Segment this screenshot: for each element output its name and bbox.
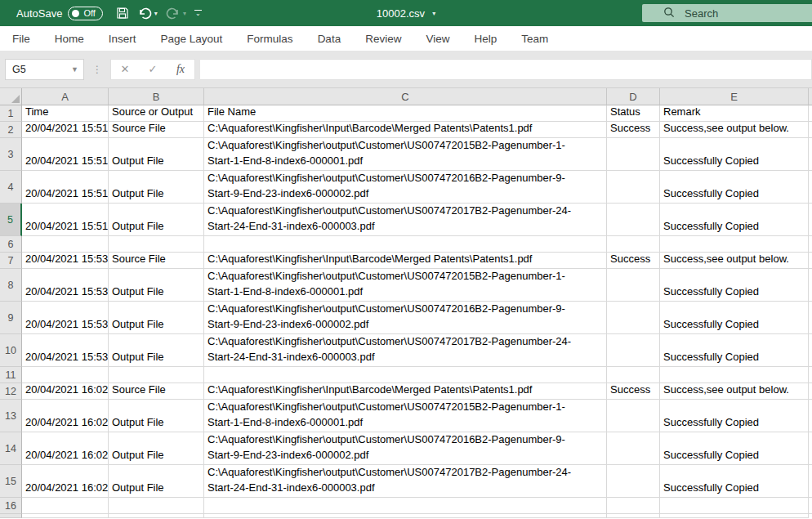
cell-C4[interactable]: C:\Aquaforest\Kingfisher\output\Customer…	[204, 171, 607, 204]
cell-B14[interactable]: Output File	[109, 432, 204, 465]
cell-D10[interactable]	[607, 334, 660, 367]
column-header-B[interactable]: B	[109, 88, 204, 105]
cell-A15[interactable]: 20/04/2021 16:02	[22, 465, 109, 498]
autosave-switch[interactable]: Off	[68, 7, 102, 20]
cell-F10-partial[interactable]	[809, 334, 812, 367]
cell-C14[interactable]: C:\Aquaforest\Kingfisher\output\Customer…	[204, 432, 607, 465]
cell-F2-partial[interactable]	[809, 122, 812, 138]
cell-E12[interactable]: Success,see output below.	[660, 383, 809, 400]
cell-D17-partial[interactable]	[607, 514, 660, 518]
cell-A8[interactable]: 20/04/2021 15:53	[22, 269, 109, 302]
tab-page-layout[interactable]: Page Layout	[161, 33, 223, 45]
cell-E9[interactable]: Successfully Copied	[660, 302, 809, 334]
cell-B5[interactable]: Output File	[109, 204, 204, 236]
tab-team[interactable]: Team	[521, 33, 548, 45]
cell-B8[interactable]: Output File	[109, 269, 204, 302]
row-header-16[interactable]: 16	[0, 498, 22, 514]
cell-B16[interactable]	[109, 498, 204, 514]
cell-B2[interactable]: Source File	[109, 122, 204, 138]
cell-B1[interactable]: Source or Output	[109, 105, 204, 122]
cell-C9[interactable]: C:\Aquaforest\Kingfisher\output\Customer…	[204, 302, 607, 334]
tab-view[interactable]: View	[426, 33, 449, 45]
cell-A1[interactable]: Time	[22, 105, 109, 122]
cell-F7-partial[interactable]	[809, 253, 812, 269]
cell-A4[interactable]: 20/04/2021 15:51	[22, 171, 109, 204]
cell-B4[interactable]: Output File	[109, 171, 204, 204]
cell-D1[interactable]: Status	[607, 105, 660, 122]
cell-A2[interactable]: 20/04/2021 15:51	[22, 122, 109, 138]
row-header-6[interactable]: 6	[0, 236, 22, 253]
cell-E1[interactable]: Remark	[660, 105, 809, 122]
cell-C11[interactable]	[204, 367, 607, 383]
cell-C15[interactable]: C:\Aquaforest\Kingfisher\output\Customer…	[204, 465, 607, 498]
cell-E13[interactable]: Successfully Copied	[660, 400, 809, 432]
row-header-11[interactable]: 11	[0, 367, 22, 383]
cell-F9-partial[interactable]	[809, 302, 812, 334]
undo-button[interactable]: ▾	[137, 7, 158, 20]
cell-C10[interactable]: C:\Aquaforest\Kingfisher\output\Customer…	[204, 334, 607, 367]
cell-A6[interactable]	[22, 236, 109, 253]
cell-A3[interactable]: 20/04/2021 15:51	[22, 138, 109, 171]
name-box[interactable]: G5 ▼	[5, 59, 84, 80]
cell-D8[interactable]	[607, 269, 660, 302]
cell-C17-partial[interactable]	[204, 514, 607, 518]
cell-A10[interactable]: 20/04/2021 15:53	[22, 334, 109, 367]
cell-E8[interactable]: Successfully Copied	[660, 269, 809, 302]
cell-C5[interactable]: C:\Aquaforest\Kingfisher\output\Customer…	[204, 204, 607, 236]
cell-D13[interactable]	[607, 400, 660, 432]
tab-file[interactable]: File	[12, 33, 30, 45]
select-all-button[interactable]	[0, 88, 22, 105]
cell-C6[interactable]	[204, 236, 607, 253]
cell-A7[interactable]: 20/04/2021 15:53	[22, 253, 109, 269]
row-header-17-partial[interactable]	[0, 514, 22, 518]
cell-D14[interactable]	[607, 432, 660, 465]
cell-D3[interactable]	[607, 138, 660, 171]
row-header-2[interactable]: 2	[0, 122, 22, 138]
cell-D16[interactable]	[607, 498, 660, 514]
formula-input[interactable]	[200, 59, 812, 80]
cell-F16-partial[interactable]	[809, 498, 812, 514]
cell-C8[interactable]: C:\Aquaforest\Kingfisher\output\Customer…	[204, 269, 607, 302]
cell-D6[interactable]	[607, 236, 660, 253]
document-title[interactable]: 10002.csv ▾	[377, 7, 435, 20]
redo-dropdown-icon[interactable]: ▾	[183, 10, 186, 17]
cell-C2[interactable]: C:\Aquaforest\Kingfisher\Input\Barcode\M…	[204, 122, 607, 138]
cell-A9[interactable]: 20/04/2021 15:53	[22, 302, 109, 334]
cell-D12[interactable]: Success	[607, 383, 660, 400]
cell-E14[interactable]: Successfully Copied	[660, 432, 809, 465]
cell-F13-partial[interactable]	[809, 400, 812, 432]
row-header-8[interactable]: 8	[0, 269, 22, 302]
cell-B6[interactable]	[109, 236, 204, 253]
column-header-C[interactable]: C	[204, 88, 607, 105]
search-input[interactable]: Search	[642, 4, 812, 22]
cell-D15[interactable]	[607, 465, 660, 498]
cell-E11[interactable]	[660, 367, 809, 383]
cell-B7[interactable]: Source File	[109, 253, 204, 269]
tab-home[interactable]: Home	[55, 33, 84, 45]
cell-C16[interactable]	[204, 498, 607, 514]
autosave-toggle[interactable]: AutoSave Off	[16, 7, 103, 20]
cell-E3[interactable]: Successfully Copied	[660, 138, 809, 171]
cell-D11[interactable]	[607, 367, 660, 383]
cell-E7[interactable]: Success,see output below.	[660, 253, 809, 269]
redo-button[interactable]: ▾	[166, 7, 186, 20]
row-header-15[interactable]: 15	[0, 465, 22, 498]
cell-E16[interactable]	[660, 498, 809, 514]
cell-B10[interactable]: Output File	[109, 334, 204, 367]
tab-review[interactable]: Review	[365, 33, 401, 45]
row-header-13[interactable]: 13	[0, 400, 22, 432]
column-header-A[interactable]: A	[22, 88, 109, 105]
cell-F4-partial[interactable]	[809, 171, 812, 204]
cell-B13[interactable]: Output File	[109, 400, 204, 432]
cell-C13[interactable]: C:\Aquaforest\Kingfisher\output\Customer…	[204, 400, 607, 432]
cell-C3[interactable]: C:\Aquaforest\Kingfisher\output\Customer…	[204, 138, 607, 171]
cell-F8-partial[interactable]	[809, 269, 812, 302]
cell-E5[interactable]: Successfully Copied	[660, 204, 809, 236]
row-header-12[interactable]: 12	[0, 383, 22, 400]
cell-F1-partial[interactable]	[809, 105, 812, 122]
cell-F3-partial[interactable]	[809, 138, 812, 171]
column-header-E[interactable]: E	[660, 88, 809, 105]
cell-A5[interactable]: 20/04/2021 15:51	[22, 204, 109, 236]
cell-F15-partial[interactable]	[809, 465, 812, 498]
cell-A17-partial[interactable]	[22, 514, 109, 518]
